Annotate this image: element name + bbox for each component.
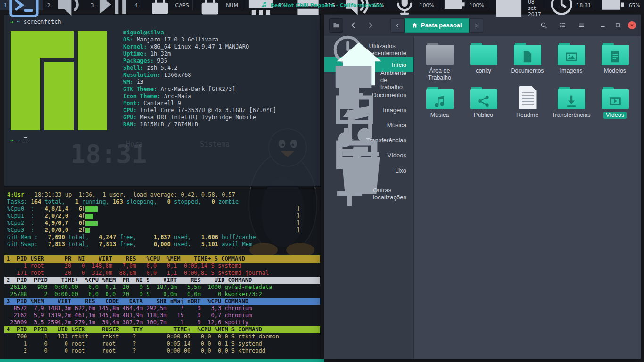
clock-icon (549, 0, 574, 18)
workspace-button[interactable]: 4 (131, 0, 143, 10)
info-line: Font: Cantarell 9 (123, 100, 276, 107)
screenfetch-output: miguel@silva OS: Manjaro 17.0.3 Gellivar… (10, 29, 314, 130)
file-name: Imagens (560, 67, 583, 74)
status-block[interactable]: NUM (192, 0, 241, 10)
file-item[interactable]: Imagens (550, 43, 593, 74)
cpu-meters: %Cpu0 : 4,8/1,4 6[]%Cpu1 : 2,0/2,0 4[]%C… (7, 206, 320, 234)
status-block[interactable]: sex 08 set 2017 (488, 0, 545, 10)
file-item[interactable]: Público (462, 87, 505, 119)
info-line: Resolution: 644x362 (123, 72, 276, 79)
status-blocks: CAPSNUM9%31G65%100%100%sex 08 set 201718… (143, 0, 644, 10)
close-button[interactable] (628, 21, 636, 29)
file-item[interactable]: Readme (506, 87, 549, 119)
file-item[interactable]: Modelos (594, 43, 637, 74)
i3-status-bar: 12:3:4 Red Hot Chili Peppers - Californi… (0, 0, 644, 10)
battery-icon (442, 0, 467, 18)
now-playing: Red Hot Chili Peppers - Californication (261, 1, 382, 9)
file-name: Transferências (552, 112, 590, 119)
folder-icon (333, 22, 340, 29)
list-view-icon (559, 22, 566, 29)
tasks-line: Tasks: 164 total, 1 running, 163 sleepin… (7, 198, 320, 206)
desktop: 12:3:4 Red Hot Chili Peppers - Californi… (0, 0, 644, 362)
file-item[interactable]: conky (462, 43, 505, 74)
status-block[interactable]: 65% (595, 0, 644, 10)
process-row: 1 root 20 0 148,8m 7,0m 0,0 0,1 0:05,14 … (4, 263, 320, 270)
file-item[interactable]: Área de Trabalho (418, 43, 462, 82)
breadcrumb-home-button[interactable]: Pasta pessoal (405, 18, 469, 33)
top-window[interactable]: 4:Usr - 18:31:33 up 1:36, 1 user, load a… (4, 189, 321, 359)
file-name: Público (474, 112, 493, 119)
search-icon (540, 22, 547, 29)
screenfetch-info: miguel@silva OS: Manjaro 17.0.3 Gellivar… (123, 29, 276, 130)
video-icon (608, 94, 622, 108)
file-name: Modelos (604, 67, 626, 74)
forward-button[interactable] (363, 18, 377, 33)
process-row: 23009 3,5 2594,2m 279,1m 39,4m 387,7m 10… (4, 319, 320, 326)
window-controls (598, 21, 636, 30)
close-icon (630, 23, 634, 27)
speaker-icon (54, 0, 83, 21)
file-name: conky (476, 67, 491, 74)
song-title: Red Hot Chili Peppers - Californication (270, 2, 382, 8)
restore-button[interactable] (613, 21, 622, 30)
hamburger-icon (578, 22, 585, 29)
status-block[interactable]: 100% (438, 0, 488, 10)
process-table-1: 1 PID USER PR NI VIRT RES %CPU %MEM TIME… (4, 255, 320, 277)
workspace-button[interactable]: 3: (87, 0, 131, 10)
chevron-left-icon (350, 22, 357, 29)
view-list-button[interactable] (555, 18, 570, 33)
workspace-button[interactable]: 1 (0, 0, 43, 10)
files-app-button[interactable] (329, 18, 343, 33)
process-row: 2162 5,9 1319,2m 461,1m 145,8m 481,9m 11… (4, 312, 320, 319)
cpu-meter: %Cpu2 : 4,9/0,7 6[] (7, 220, 320, 227)
top-summary: 4:Usr - 18:31:33 up 1:36, 1 user, load a… (4, 191, 320, 248)
music-icon (261, 1, 267, 9)
file-name: Área de Trabalho (419, 67, 461, 82)
play-pause-icon (97, 0, 127, 21)
plus-icon (331, 175, 368, 212)
status-block[interactable]: 100% (388, 0, 438, 10)
path-prev-button[interactable] (390, 18, 405, 33)
process-row: 700 1 133 rtkit rtkit ? 0:00.05 0,0 0,0 … (4, 333, 320, 340)
info-line: GTK Theme: Arc-Maia-Dark [GTK2/3] (123, 86, 276, 93)
table-header: 4 PID PPID UID USER RUSER TTY TIME+ %CPU… (4, 326, 320, 333)
file-item[interactable]: Transferências (550, 87, 593, 119)
terminal-window[interactable]: Hora Sistema 18:31 → ~ screenfetch migue… (4, 14, 321, 187)
download-icon (564, 94, 578, 108)
back-button[interactable] (346, 18, 360, 33)
file-icon (426, 87, 454, 109)
info-line: Shell: zsh 5.4.2 (123, 65, 276, 72)
share-icon (477, 94, 490, 108)
chevron-right-icon (474, 23, 479, 28)
file-item[interactable]: Música (418, 87, 462, 119)
file-icon (514, 87, 541, 109)
file-name: Documentos (511, 67, 544, 74)
process-row: 26116 903 0:00.00 0,0 0,1 20 0 S 187,1m … (4, 284, 320, 291)
system-info-list: OS: Manjaro 17.0.3 GellivaraKernel: x86_… (123, 36, 276, 128)
path-next-button[interactable] (469, 18, 483, 33)
process-table-3: 3 PID %MEM VIRT RES CODE DATA SHR nMaj n… (4, 298, 320, 326)
file-item[interactable]: Documentos (506, 43, 549, 74)
workspace-switcher: 12:3:4 (0, 0, 143, 10)
file-manager-headerbar: Pasta pessoal (324, 15, 641, 36)
workspace-button[interactable]: 2: (43, 0, 87, 10)
process-row: 2 0 0 root root ? 0:00.00 0,0 0,0 S kthr… (4, 347, 320, 354)
info-line: CPU: Intel Core i7-3537U @ 4x 3.1GHz [67… (123, 107, 276, 114)
file-manager-window: Pasta pessoal Utilizados recentementeIní… (324, 14, 641, 359)
user-host: miguel@silva (123, 29, 276, 36)
file-item[interactable]: Vídeos (594, 87, 637, 119)
cpu-bar (85, 206, 297, 212)
status-block[interactable]: 18:31 (545, 0, 595, 10)
breadcrumb-label: Pasta pessoal (421, 22, 462, 29)
menu-button[interactable] (574, 18, 588, 33)
cpu-bar (85, 214, 297, 219)
prompt-line[interactable]: → ~ (10, 137, 314, 144)
path-bar: Pasta pessoal (390, 18, 483, 33)
search-button[interactable] (537, 18, 551, 33)
file-grid: Área de Trabalho conky Documentos (414, 36, 641, 359)
file-icon (470, 43, 497, 65)
process-row: 8572 7,9 1481,3m 622,0m 145,8m 464,4m 29… (4, 305, 320, 312)
minimize-button[interactable] (598, 21, 607, 30)
terminal-cursor (24, 137, 27, 143)
status-block[interactable]: CAPS (143, 0, 192, 10)
